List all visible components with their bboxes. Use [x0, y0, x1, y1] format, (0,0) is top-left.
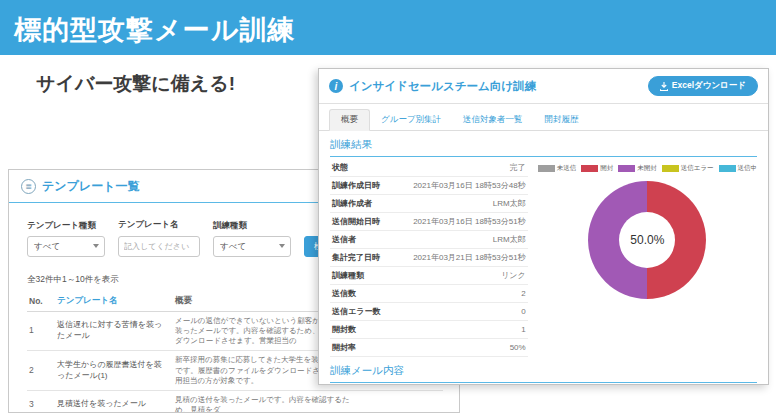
result-label: 訓練種類: [332, 270, 364, 281]
training-tabs: 概要 グループ別集計 送信対象者一覧 開封履歴: [319, 104, 768, 131]
result-label: 集計完了日時: [332, 252, 380, 263]
results-table: 状態 完了 訓練作成日時 2021年03月16日 18時53分48秒 訓練作成者…: [330, 159, 528, 357]
legend-item[interactable]: 未開封: [618, 164, 657, 173]
template-name: 大学生からの履歴書送付を装ったメール(1): [55, 351, 173, 390]
result-row: 送信エラー数 0: [330, 303, 528, 321]
legend-item[interactable]: 送信エラー: [662, 164, 714, 173]
chevron-down-icon: [93, 244, 99, 248]
excel-download-label: Excelダウンロード: [672, 80, 746, 92]
filter-template-type: テンプレート種類 すべて: [27, 220, 105, 257]
info-icon: i: [329, 79, 343, 93]
template-list-title: テンプレート一覧: [42, 178, 139, 195]
donut-center-label: 50.0%: [619, 212, 675, 268]
legend-swatch: [581, 165, 598, 172]
legend-item[interactable]: 開封: [581, 164, 613, 173]
training-title: インサイドセールスチーム向け訓練: [349, 79, 536, 94]
legend-label: 送信中: [738, 164, 758, 173]
email-section-title: 訓練メール内容: [330, 364, 757, 383]
result-row: 送信数 2: [330, 285, 528, 303]
filter-template-name: テンプレート名: [118, 219, 200, 257]
result-value: LRM太郎: [493, 198, 526, 209]
legend-label: 開封: [600, 164, 613, 173]
template-no: 3: [27, 390, 55, 413]
training-panel-header: i インサイドセールスチーム向け訓練 Excelダウンロード: [319, 69, 768, 104]
result-row: 送信者 LRM太郎: [330, 231, 528, 249]
legend-swatch: [618, 165, 635, 172]
col-header-no: No.: [27, 291, 55, 312]
excel-download-button[interactable]: Excelダウンロード: [648, 76, 758, 96]
result-label: 状態: [332, 162, 348, 173]
result-value: 2021年03月16日 18時53分48秒: [413, 180, 526, 191]
result-row: 送信開始日時 2021年03月16日 18時53分51秒: [330, 213, 528, 231]
result-label: 訓練作成者: [332, 198, 372, 209]
template-type-select[interactable]: すべて: [27, 236, 105, 257]
results-section-title: 訓練結果: [330, 138, 757, 157]
col-header-template-name[interactable]: テンプレート名: [55, 291, 173, 312]
template-summary: 見積の送付を装ったメールです。内容を確認するため、見積をダ: [173, 390, 361, 413]
donut-chart: 50.0%: [588, 181, 706, 299]
result-value: 完了: [510, 162, 526, 173]
result-row: 状態 完了: [330, 159, 528, 177]
chart-area: 未送信 開封 未開封 送信エラー 送信中 50.0%: [528, 159, 757, 357]
result-row: 開封数 1: [330, 321, 528, 339]
results-area: 状態 完了 訓練作成日時 2021年03月16日 18時53分48秒 訓練作成者…: [319, 157, 768, 357]
result-label: 送信者: [332, 234, 356, 245]
template-name-input[interactable]: [118, 236, 200, 257]
chart-legend: 未送信 開封 未開封 送信エラー 送信中: [538, 164, 757, 173]
filter-training-type-label: 訓練種類: [213, 220, 291, 232]
tab[interactable]: 開封履歴: [534, 110, 590, 130]
training-type-select[interactable]: すべて: [213, 236, 291, 257]
result-label: 訓練作成日時: [332, 180, 380, 191]
result-value: 2: [521, 289, 525, 298]
result-value: 1: [521, 325, 525, 334]
template-type-selected-value: すべて: [34, 241, 60, 253]
template-no: 1: [27, 312, 55, 351]
result-label: 送信エラー数: [332, 306, 380, 317]
result-row: 訓練種類 リンク: [330, 267, 528, 285]
result-label: 開封率: [332, 342, 356, 353]
result-label: 送信開始日時: [332, 216, 380, 227]
tab[interactable]: 概要: [329, 109, 370, 131]
result-value: 2021年03月21日 18時53分51秒: [413, 252, 526, 263]
filter-training-type: 訓練種類 すべて: [213, 220, 291, 257]
legend-label: 未開封: [637, 164, 657, 173]
filter-template-name-label: テンプレート名: [118, 219, 200, 231]
template-table-row[interactable]: 3 見積送付を装ったメール 見積の送付を装ったメールです。内容を確認するため、見…: [27, 390, 443, 413]
legend-item[interactable]: 未送信: [538, 164, 577, 173]
chevron-down-icon: [279, 244, 285, 248]
result-value: 0: [521, 307, 525, 316]
result-row: 集計完了日時 2021年03月21日 18時53分51秒: [330, 249, 528, 267]
legend-label: 送信エラー: [681, 164, 714, 173]
legend-swatch: [538, 165, 555, 172]
result-value: 2021年03月16日 18時53分51秒: [413, 216, 526, 227]
app-title: 標的型攻撃メール訓練: [0, 0, 776, 48]
result-row: 訓練作成者 LRM太郎: [330, 195, 528, 213]
template-no: 2: [27, 351, 55, 390]
legend-label: 未送信: [557, 164, 577, 173]
result-value: LRM太郎: [493, 234, 526, 245]
training-type-selected-value: すべて: [220, 241, 246, 253]
result-row: 訓練作成日時 2021年03月16日 18時53分48秒: [330, 177, 528, 195]
app-banner: 標的型攻撃メール訓練: [0, 0, 776, 55]
template-name: 返信遅れに対する苦情を装ったメール: [55, 312, 173, 351]
legend-swatch: [662, 165, 679, 172]
result-value: 50%: [510, 343, 526, 352]
result-label: 送信数: [332, 288, 356, 299]
training-result-panel: i インサイドセールスチーム向け訓練 Excelダウンロード 概要 グループ別集…: [318, 68, 769, 385]
result-label: 開封数: [332, 324, 356, 335]
legend-item[interactable]: 送信中: [719, 164, 758, 173]
filter-template-type-label: テンプレート種類: [27, 220, 105, 232]
result-value: リンク: [501, 270, 526, 281]
download-icon: [660, 82, 668, 91]
tagline: サイバー攻撃に備える!: [36, 71, 235, 97]
template-name: 見積送付を装ったメール: [55, 390, 173, 413]
legend-swatch: [719, 165, 736, 172]
template-list-icon: ≣: [21, 179, 36, 194]
result-row: 開封率 50%: [330, 339, 528, 357]
tab[interactable]: 送信対象者一覧: [452, 110, 534, 130]
tab[interactable]: グループ別集計: [370, 110, 452, 130]
page: { "banner": { "title": "標的型攻撃メール訓練" }, "…: [0, 0, 776, 419]
